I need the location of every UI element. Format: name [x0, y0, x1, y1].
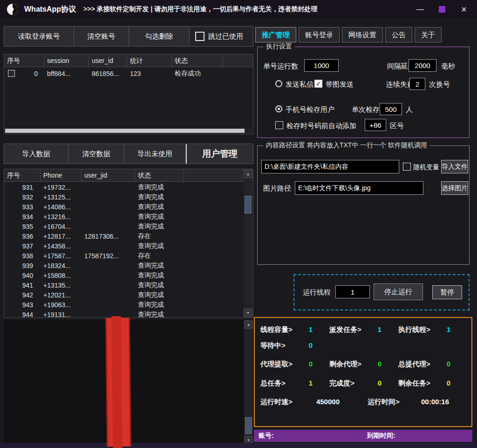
- minimize-button[interactable]: —: [414, 5, 427, 14]
- random-var-checkbox[interactable]: [403, 163, 411, 171]
- table-row[interactable]: 942 +12021... 查询完成: [4, 290, 244, 300]
- import-file-button[interactable]: 导入文件: [441, 160, 468, 173]
- table-row[interactable]: 0 bff884... 861856... 123 检存成功: [4, 67, 253, 80]
- table-row[interactable]: 940 +15808... 查询完成: [4, 270, 244, 280]
- auto-prefix-label: 检存时号码前自动添加: [286, 122, 356, 131]
- batch-input[interactable]: [380, 103, 402, 115]
- cell-index: 941: [4, 282, 41, 289]
- table-row[interactable]: 931 +19732... 查询完成: [4, 182, 244, 192]
- with-image-checkbox[interactable]: [314, 80, 322, 88]
- clear-data-button[interactable]: 清空数据: [68, 144, 124, 164]
- user-management-button[interactable]: 用户管理: [186, 144, 253, 164]
- image-path-input[interactable]: [295, 181, 423, 195]
- app-subtitle: >>> 承接软件定制开发 | 请勿用于非法用途，一切后果与作者无关，违者禁封处理: [83, 5, 317, 14]
- cell-phone: +14358...: [41, 242, 82, 250]
- scroll-up-icon[interactable]: ▲: [244, 320, 253, 329]
- import-data-button[interactable]: 导入数据: [4, 144, 68, 164]
- auto-prefix-checkbox[interactable]: [275, 121, 283, 129]
- cell-index: 935: [4, 223, 41, 230]
- cell-status: 查询完成: [135, 193, 184, 201]
- tab-promotion-management[interactable]: 推广管理: [255, 27, 296, 42]
- table-row[interactable]: 935 +16704... 查询完成: [4, 221, 244, 231]
- check-user-radio[interactable]: [275, 105, 282, 112]
- table-row[interactable]: 933 +14086... 查询完成: [4, 202, 244, 212]
- run-thread-input[interactable]: [335, 285, 370, 298]
- stop-run-button[interactable]: 停止运行: [374, 283, 423, 300]
- session-table: 序号 session user_id 统计 状态 0 bff884... 861…: [4, 54, 253, 134]
- interval-input[interactable]: [409, 59, 436, 72]
- single-run-input[interactable]: [304, 59, 339, 72]
- column-header: 状态: [172, 55, 223, 67]
- cell-index: 936: [4, 233, 41, 240]
- cell-status: 查询完成: [135, 242, 184, 250]
- read-login-accounts-button[interactable]: 读取登录账号: [4, 27, 74, 46]
- maximize-button[interactable]: [439, 6, 445, 13]
- check-delete-button[interactable]: 勾选删除: [129, 27, 190, 46]
- cell-session: bff884...: [44, 70, 89, 77]
- clear-accounts-button[interactable]: 清空账号: [74, 27, 129, 46]
- table-row[interactable]: 932 +13125... 查询完成: [4, 192, 244, 202]
- table-row[interactable]: 939 +18324... 查询完成: [4, 261, 244, 270]
- skip-used-checkbox[interactable]: [195, 32, 204, 41]
- prefix-input[interactable]: [365, 119, 386, 131]
- export-unused-button[interactable]: 导出未使用: [124, 144, 186, 164]
- skip-used-option: 跳过已使用: [190, 27, 253, 46]
- close-button[interactable]: ✕: [457, 5, 470, 14]
- content-path-input[interactable]: [261, 160, 399, 173]
- scrollbar-thumb[interactable]: [245, 417, 252, 434]
- choose-image-button[interactable]: 选择图片: [441, 181, 468, 195]
- tab-about[interactable]: 关于: [415, 27, 442, 42]
- table-row[interactable]: 941 +13135... 查询完成: [4, 280, 244, 290]
- expire-time-label: 到期时间:: [367, 432, 395, 440]
- cell-index: 939: [4, 262, 41, 269]
- scrollbar-thumb[interactable]: [5, 129, 245, 133]
- check-user-label: 手机号检存用户: [286, 105, 334, 114]
- horizontal-scrollbar[interactable]: [5, 129, 252, 133]
- column-header: 序号: [4, 55, 44, 67]
- stat-proxy-remaining: 剩余代理> 0: [329, 360, 382, 369]
- phone-table-header: 序号 Phone user_jid 状态: [4, 169, 253, 182]
- cell-phone: +15808...: [41, 272, 82, 279]
- table-row[interactable]: 937 +14358... 查询完成: [4, 241, 244, 251]
- column-header: 统计: [127, 55, 172, 67]
- cell-index: 931: [4, 184, 41, 191]
- column-header: user_jid: [82, 169, 135, 181]
- account-label: 账号:: [259, 432, 274, 440]
- stat-dispatch-tasks: 派发任务> 1: [329, 325, 382, 334]
- cell-index: 944: [4, 311, 41, 318]
- table-row[interactable]: 936 +12817... 12817306... 存在: [4, 231, 244, 241]
- cell-status: 查询完成: [135, 213, 184, 221]
- cell-status: 存在: [135, 252, 184, 260]
- vertical-scrollbar[interactable]: ▲ ▼: [244, 320, 253, 444]
- fail-input[interactable]: [409, 78, 425, 90]
- row-checkbox[interactable]: [8, 70, 15, 77]
- cell-user-id: 861856...: [89, 70, 127, 77]
- stat-completion: 完成度> 0: [329, 379, 382, 388]
- scroll-down-icon[interactable]: ▼: [244, 309, 252, 317]
- scrollbar-thumb[interactable]: [245, 196, 252, 214]
- tab-network-settings[interactable]: 网络设置: [342, 27, 383, 42]
- pause-button[interactable]: 暂停: [432, 285, 462, 299]
- table-row[interactable]: 938 +17587... 17587192... 存在: [4, 251, 244, 261]
- tab-bar: 推广管理 账号登录 网络设置 公告 关于: [255, 27, 442, 42]
- cell-phone: +19732...: [41, 184, 82, 191]
- prefix-unit-label: 区号: [390, 122, 404, 131]
- phone-table-body: 931 +19732... 查询完成 932 +13125... 查询完成 93…: [4, 182, 244, 317]
- tab-account-login[interactable]: 账号登录: [299, 27, 340, 42]
- cell-phone: +18324...: [41, 262, 82, 269]
- stat-proxy-total: 总提代理> 0: [398, 360, 450, 369]
- send-dm-radio[interactable]: [275, 80, 282, 87]
- table-row[interactable]: 934 +13216... 查询完成: [4, 212, 244, 221]
- column-header: user_id: [89, 55, 127, 67]
- vertical-scrollbar[interactable]: ▲ ▼: [244, 170, 252, 317]
- table-row[interactable]: 944 +19131... 查询完成: [4, 310, 244, 317]
- interval-unit-label: 毫秒: [441, 62, 455, 71]
- with-image-label: 带图发送: [326, 80, 354, 89]
- window-bottom-strip: [0, 443, 477, 448]
- tab-announcement[interactable]: 公告: [385, 27, 412, 42]
- scroll-up-icon[interactable]: ▲: [244, 170, 252, 178]
- send-dm-label: 发送私信: [286, 80, 313, 89]
- table-row[interactable]: 943 +19063... 查询完成: [4, 300, 244, 310]
- batch-label: 单次检存: [352, 105, 380, 114]
- random-var-label: 随机变量: [413, 163, 439, 172]
